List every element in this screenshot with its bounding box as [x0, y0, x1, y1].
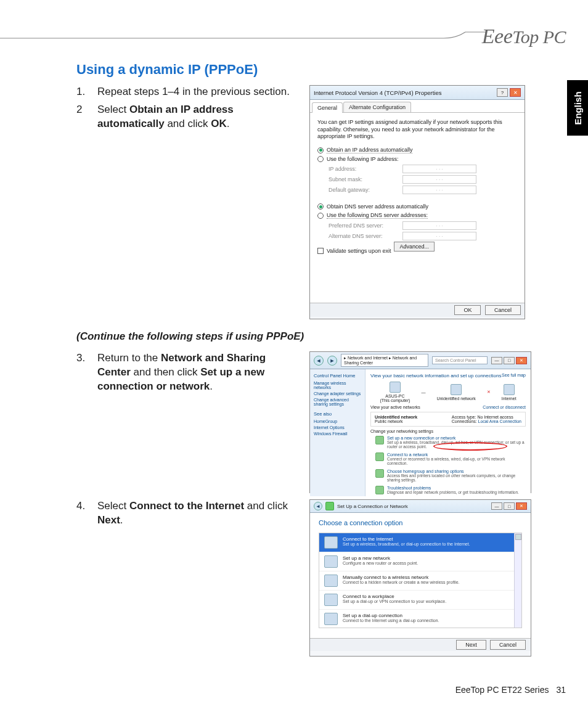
- internet-icon: [324, 536, 338, 549]
- option-manual-wireless[interactable]: Manually connect to a wireless networkCo…: [319, 571, 521, 591]
- cancel-button[interactable]: Cancel: [485, 305, 521, 315]
- close-button[interactable]: ✕: [516, 357, 527, 364]
- nav-back-icon[interactable]: ◄: [314, 356, 324, 366]
- link-local-area-connection[interactable]: Local Area Connection: [478, 419, 521, 424]
- screenshot-network-sharing-center: ◄ ► ▸ Network and Internet ▸ Network and…: [309, 351, 531, 493]
- gateway-field[interactable]: . . .: [402, 186, 476, 194]
- brand-logo: EeeTop PC: [482, 25, 566, 48]
- link-connect-disconnect[interactable]: Connect or disconnect: [483, 405, 526, 409]
- link-homegroup[interactable]: HomeGroup: [314, 419, 361, 424]
- maximize-button[interactable]: □: [504, 502, 515, 510]
- link-see-full-map[interactable]: See full map: [502, 373, 526, 377]
- option-setup-network[interactable]: Set up a new networkConfigure a new rout…: [319, 552, 521, 571]
- building-icon: [324, 594, 338, 606]
- breadcrumb[interactable]: ▸ Network and Internet ▸ Network and Sha…: [341, 354, 428, 367]
- minimize-button[interactable]: —: [491, 502, 502, 510]
- option-troubleshoot[interactable]: Troubleshoot problemsDiagnose and repair…: [370, 485, 526, 497]
- validate-checkbox[interactable]: [317, 248, 324, 254]
- ok-button[interactable]: OK: [454, 305, 481, 315]
- advanced-button[interactable]: Advanced...: [394, 242, 435, 252]
- option-dialup[interactable]: Set up a dial-up connectionConnect to th…: [319, 610, 521, 628]
- radio-obtain-dns-auto[interactable]: [317, 203, 324, 210]
- language-tab: English: [567, 80, 588, 136]
- section-title: Using a dynamic IP (PPPoE): [76, 62, 563, 78]
- dialog-description: You can get IP settings assigned automat…: [317, 119, 517, 141]
- subnet-mask-field[interactable]: . . .: [402, 175, 476, 184]
- nav-back-icon[interactable]: ◄: [314, 502, 322, 510]
- maximize-button[interactable]: □: [504, 357, 515, 364]
- dialog-title: Internet Protocol Version 4 (TCP/IPv4) P…: [314, 89, 442, 96]
- page-footer: EeeTop PC ET22 Series31: [455, 685, 566, 695]
- minimize-button[interactable]: —: [491, 357, 502, 364]
- search-input[interactable]: Search Control Panel: [432, 356, 488, 364]
- dialog-title: Set Up a Connection or Network: [337, 504, 408, 509]
- step-2: 2 Select Obtain an IP address automatica…: [76, 103, 298, 131]
- link-advanced-sharing[interactable]: Change advanced sharing settings: [314, 398, 361, 406]
- option-workplace[interactable]: Connect to a workplaceSet up a dial-up o…: [319, 591, 521, 610]
- screenshot-ipv4-properties: Internet Protocol Version 4 (TCP/IPv4) P…: [309, 85, 525, 319]
- tab-general[interactable]: General: [312, 102, 343, 113]
- step-1: 1. Repeat steps 1–4 in the previous sect…: [76, 85, 298, 99]
- help-button[interactable]: ?: [497, 88, 508, 97]
- share-icon: [375, 469, 384, 478]
- next-button[interactable]: Next: [456, 640, 486, 650]
- nav-fwd-icon[interactable]: ►: [327, 356, 337, 366]
- link-windows-firewall[interactable]: Windows Firewall: [314, 432, 361, 436]
- close-button[interactable]: ✕: [510, 88, 521, 97]
- option-setup-new-connection[interactable]: Set up a new connection or networkSet up…: [370, 435, 526, 451]
- close-button[interactable]: ✕: [516, 502, 527, 510]
- radio-use-ip[interactable]: [317, 156, 324, 162]
- link-manage-wireless[interactable]: Manage wireless networks: [314, 381, 361, 390]
- wizard-icon: [325, 502, 334, 510]
- phone-icon: [324, 613, 338, 625]
- computer-icon: [390, 382, 401, 393]
- option-connect-network[interactable]: Connect to a networkConnect or reconnect…: [370, 451, 526, 468]
- option-connect-internet[interactable]: Connect to the InternetSet up a wireless…: [319, 533, 521, 552]
- scrollbar[interactable]: [514, 533, 521, 628]
- tab-alternate[interactable]: Alternate Configuration: [343, 102, 411, 112]
- link-internet-options[interactable]: Internet Options: [314, 425, 361, 430]
- option-homegroup[interactable]: Choose homegroup and sharing optionsAcce…: [370, 468, 526, 485]
- continue-subhead: (Continue the following steps if using P…: [76, 330, 563, 343]
- wizard-icon: [375, 436, 384, 444]
- wifi-icon: [324, 575, 338, 587]
- network-icon: [451, 384, 462, 395]
- radio-use-dns[interactable]: [317, 213, 324, 219]
- alternate-dns-field[interactable]: . . .: [402, 232, 476, 240]
- step-4: 4. Select Connect to the Internet and cl…: [76, 499, 298, 528]
- step-3: 3. Return to the Network and Sharing Cen…: [76, 351, 298, 394]
- troubleshoot-icon: [375, 486, 384, 494]
- preferred-dns-field[interactable]: . . .: [402, 221, 476, 230]
- cancel-button[interactable]: Cancel: [490, 640, 526, 650]
- screenshot-setup-connection: ◄ Set Up a Connection or Network — □ ✕ C…: [309, 499, 531, 657]
- router-icon: [324, 555, 338, 568]
- globe-icon: [504, 384, 515, 395]
- dialog-prompt: Choose a connection option: [319, 519, 522, 526]
- link-change-adapter[interactable]: Change adapter settings: [314, 391, 361, 396]
- radio-obtain-ip-auto[interactable]: [317, 147, 324, 153]
- ip-address-field[interactable]: . . .: [402, 165, 476, 173]
- connect-icon: [375, 452, 384, 461]
